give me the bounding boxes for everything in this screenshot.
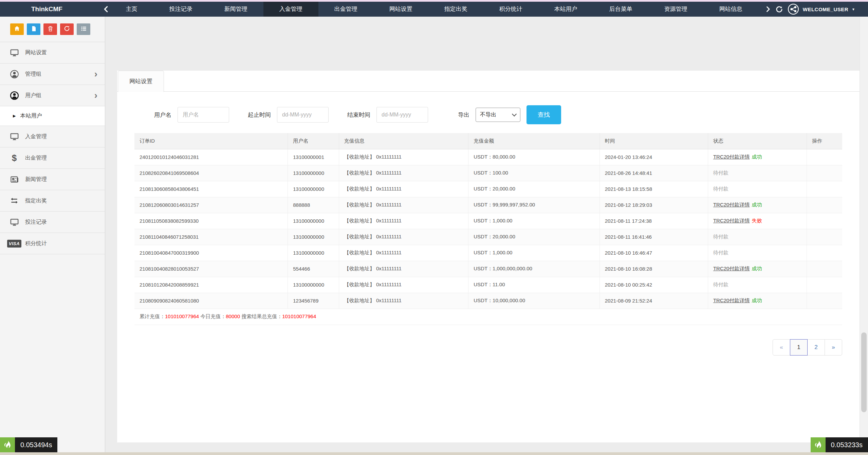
time-cell: 2021-08-09 21:52:24 bbox=[599, 293, 708, 309]
order-id-cell: 210812060803014631257 bbox=[134, 197, 288, 213]
sidebar-item-label: 管理组 bbox=[25, 71, 41, 78]
username-cell: 123456789 bbox=[288, 293, 339, 309]
export-label: 导出 bbox=[458, 111, 469, 119]
table-row: 210812060803014631257888888【收款地址】 0x1111… bbox=[134, 197, 842, 213]
amount-cell: USDT：10,000,000.00 bbox=[468, 293, 599, 309]
nav-item[interactable]: 后台菜单 bbox=[593, 2, 648, 17]
sidebar-item[interactable]: $出金管理 bbox=[0, 147, 105, 169]
summary-part: 今日充值： bbox=[199, 313, 226, 319]
bottom-strip bbox=[0, 452, 868, 455]
start-date-input[interactable] bbox=[277, 107, 329, 123]
trc20-detail-link[interactable]: TRC20付款详情 bbox=[713, 297, 750, 303]
action-cell bbox=[807, 277, 842, 293]
nav-item[interactable]: 资源管理 bbox=[648, 2, 703, 17]
recycle-button[interactable] bbox=[60, 23, 74, 35]
username-input[interactable] bbox=[178, 107, 229, 123]
time-cell: 2021-08-10 16:08:28 bbox=[599, 261, 708, 277]
search-button[interactable]: 查找 bbox=[527, 105, 561, 124]
username-cell: 13100000000 bbox=[288, 213, 339, 229]
sidebar-menu: 网站设置管理组›用户组›▶本站用户入金管理$出金管理新闻管理指定出奖投注记录VI… bbox=[0, 42, 105, 254]
nav-item[interactable]: 投注记录 bbox=[153, 2, 208, 17]
recharge-info-cell: 【收款地址】 0x11111111 bbox=[339, 181, 468, 197]
table-header-row: 订单ID用户名充值信息充值金额时间状态操作 bbox=[134, 133, 842, 149]
refresh-icon[interactable] bbox=[775, 5, 783, 13]
recharge-info-cell: 【收款地址】 0x11111111 bbox=[339, 245, 468, 261]
vertical-scrollbar[interactable] bbox=[860, 17, 868, 455]
recharge-info-cell: 【收款地址】 0x11111111 bbox=[339, 229, 468, 245]
monitor-icon bbox=[9, 48, 19, 57]
sidebar-item[interactable]: 新闻管理 bbox=[0, 169, 105, 190]
main-area: 网站设置 用户名 起止时间 结束时间 导出 不导出 查找 bbox=[106, 17, 860, 455]
pagination: «12» bbox=[134, 339, 842, 356]
status-cell: TRC20付款详情成功 bbox=[708, 197, 807, 213]
username-cell: 13100000000 bbox=[288, 229, 339, 245]
sidebar-item[interactable]: 管理组› bbox=[0, 63, 105, 85]
time-cell: 2021-08-11 16:41:46 bbox=[599, 229, 708, 245]
table-row: 210810040828010053527554466【收款地址】 0x1111… bbox=[134, 261, 842, 277]
column-header: 充值金额 bbox=[468, 133, 599, 149]
trc20-detail-link[interactable]: TRC20付款详情 bbox=[713, 218, 750, 223]
action-cell bbox=[807, 293, 842, 309]
status-result: 待付款 bbox=[713, 170, 728, 176]
sidebar-item[interactable]: 投注记录 bbox=[0, 212, 105, 233]
nav-item[interactable]: 积分统计 bbox=[483, 2, 538, 17]
status-result: 待付款 bbox=[713, 281, 728, 287]
tab-site-settings[interactable]: 网站设置 bbox=[118, 71, 164, 92]
trc20-detail-link[interactable]: TRC20付款详情 bbox=[713, 202, 750, 207]
user-menu[interactable]: WELCOME_USER ▼ bbox=[787, 3, 855, 15]
sidebar-item[interactable]: 网站设置 bbox=[0, 42, 105, 63]
pagination-prev[interactable]: « bbox=[773, 339, 790, 356]
avatar-icon bbox=[787, 3, 799, 15]
sidebar-item[interactable]: 入金管理 bbox=[0, 126, 105, 147]
sidebar-item[interactable]: ▶本站用户 bbox=[0, 106, 105, 126]
end-date-input[interactable] bbox=[376, 107, 428, 123]
action-cell bbox=[807, 197, 842, 213]
nav-item[interactable]: 本站用户 bbox=[538, 2, 593, 17]
perf-badge-right: 0.053233s bbox=[811, 437, 868, 452]
nav-item[interactable]: 新闻管理 bbox=[208, 2, 263, 17]
list-icon bbox=[80, 25, 87, 33]
pagination-page[interactable]: 1 bbox=[790, 339, 808, 356]
nav-item[interactable]: 主页 bbox=[110, 2, 153, 17]
amount-cell: USDT：99,999,997,952.00 bbox=[468, 197, 599, 213]
sidebar-item[interactable]: VISA积分统计 bbox=[0, 233, 105, 254]
pagination-next[interactable]: » bbox=[825, 339, 842, 356]
sidebar-item-label: 用户组 bbox=[25, 92, 41, 99]
brand-logo[interactable]: ThinkCMF bbox=[31, 5, 62, 13]
nav-item[interactable]: 网站设置 bbox=[373, 2, 428, 17]
order-id-cell: 210810120842008859921 bbox=[134, 277, 288, 293]
nav-item[interactable]: 网站信息 bbox=[703, 2, 758, 17]
trc20-detail-link[interactable]: TRC20付款详情 bbox=[713, 266, 750, 271]
recharge-info-cell: 【收款地址】 0x11111111 bbox=[339, 293, 468, 309]
chevron-left-icon[interactable] bbox=[103, 5, 110, 13]
sidebar-item-label: 投注记录 bbox=[25, 219, 47, 226]
nav-item[interactable]: 入金管理 bbox=[263, 2, 318, 17]
scrollbar-thumb[interactable] bbox=[861, 332, 867, 412]
action-cell bbox=[807, 181, 842, 197]
home-icon bbox=[14, 25, 20, 33]
nav-item[interactable]: 出金管理 bbox=[318, 2, 373, 17]
summary-part: 101010077964 bbox=[282, 313, 316, 319]
home-button[interactable] bbox=[10, 23, 24, 35]
trash-button[interactable] bbox=[43, 23, 57, 35]
table-row: 21081004084700031990013100000000【收款地址】 0… bbox=[134, 245, 842, 261]
chevron-right-icon[interactable] bbox=[764, 5, 771, 13]
action-cell bbox=[807, 165, 842, 181]
sidebar-item[interactable]: 用户组› bbox=[0, 85, 105, 106]
recharge-info-cell: 【收款地址】 0x11111111 bbox=[339, 149, 468, 165]
export-select[interactable]: 不导出 bbox=[476, 108, 520, 122]
time-cell: 2024-01-20 13:46:24 bbox=[599, 149, 708, 165]
summary-part: 搜索结果总充值： bbox=[240, 313, 282, 319]
table-row: 21081306085804380645113100000000【收款地址】 0… bbox=[134, 181, 842, 197]
pagination-page[interactable]: 2 bbox=[807, 339, 825, 356]
nav-item[interactable]: 指定出奖 bbox=[428, 2, 483, 17]
table-row: 21081104084607125803113100000000【收款地址】 0… bbox=[134, 229, 842, 245]
time-cell: 2021-08-10 16:46:47 bbox=[599, 245, 708, 261]
visa-icon: VISA bbox=[9, 240, 19, 248]
trc20-detail-link[interactable]: TRC20付款详情 bbox=[713, 154, 750, 160]
action-cell bbox=[807, 213, 842, 229]
list-button[interactable] bbox=[77, 23, 90, 35]
column-header: 充值信息 bbox=[339, 133, 468, 149]
sidebar-item[interactable]: 指定出奖 bbox=[0, 190, 105, 212]
file-button[interactable] bbox=[27, 23, 40, 35]
